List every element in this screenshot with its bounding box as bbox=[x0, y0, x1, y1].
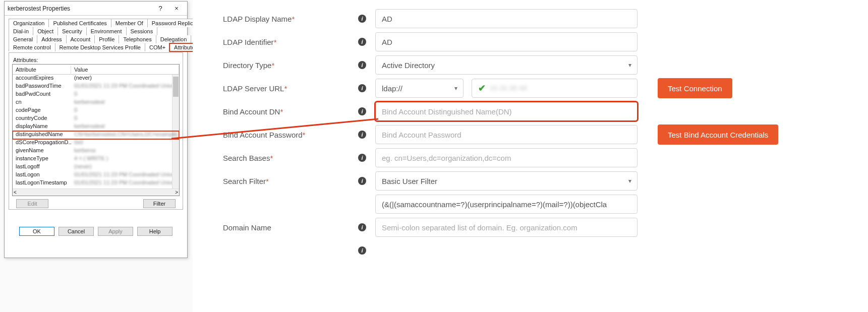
label-directory-type: Directory Type* bbox=[203, 61, 349, 70]
value-cell: 01/01/2021 11:23 PM Coordinated Universa… bbox=[71, 171, 179, 179]
tab-account[interactable]: Account bbox=[66, 35, 95, 43]
info-icon[interactable]: i bbox=[358, 154, 366, 162]
table-row[interactable]: badPasswordTime01/01/2021 11:23 PM Coord… bbox=[13, 83, 179, 91]
table-row[interactable]: lastLogon01/01/2021 11:23 PM Coordinated… bbox=[13, 171, 179, 179]
info-icon[interactable]: i bbox=[358, 38, 366, 46]
tab-published-certificates[interactable]: Published Certificates bbox=[48, 19, 111, 27]
value-cell: kerberostest bbox=[71, 99, 179, 107]
label-search-filter: Search Filter* bbox=[203, 177, 349, 185]
bind-account-dn-input[interactable] bbox=[375, 102, 638, 121]
bind-account-password-input[interactable] bbox=[375, 125, 638, 144]
scroll-left-icon[interactable]: < bbox=[14, 190, 17, 195]
close-icon[interactable]: × bbox=[171, 3, 182, 14]
tab-address[interactable]: Address bbox=[37, 35, 66, 43]
tab-sessions[interactable]: Sessions bbox=[126, 27, 158, 35]
label-bind-pw: Bind Account Password* bbox=[203, 131, 349, 139]
attr-cell: lastLogonTimestamp bbox=[13, 179, 71, 188]
ldap-identifier-input[interactable] bbox=[375, 32, 638, 51]
tab-security[interactable]: Security bbox=[57, 27, 87, 35]
cancel-button[interactable]: Cancel bbox=[59, 227, 94, 236]
table-row[interactable]: dSCorePropagationD...0x0 bbox=[13, 139, 179, 147]
ldap-config-form: LDAP Display Name* i LDAP Identifier* i … bbox=[193, 0, 868, 312]
tab-general[interactable]: General bbox=[9, 35, 37, 43]
table-row[interactable]: displayNamekerberostest bbox=[13, 123, 179, 131]
attr-cell: lastLogon bbox=[13, 171, 71, 179]
domain-name-input[interactable] bbox=[375, 218, 638, 237]
tab-dial-in[interactable]: Dial-in bbox=[9, 27, 33, 35]
value-cell: 4 = ( WRITE ) bbox=[71, 155, 179, 163]
apply-button[interactable]: Apply bbox=[98, 227, 133, 236]
info-icon[interactable]: i bbox=[358, 246, 366, 255]
tab-object[interactable]: Object bbox=[33, 27, 58, 35]
tab-delegation[interactable]: Delegation bbox=[156, 35, 192, 43]
value-cell: kerberos bbox=[71, 147, 179, 155]
table-row[interactable]: countryCode0 bbox=[13, 115, 179, 123]
label-search-bases: Search Bases* bbox=[203, 154, 349, 162]
attr-cell: lastLogoff bbox=[13, 163, 71, 171]
ldap-host-value: 10.20.30.40 bbox=[490, 85, 527, 92]
info-icon[interactable]: i bbox=[358, 84, 366, 92]
tab-organization[interactable]: Organization bbox=[9, 19, 49, 27]
tab-rds-profile[interactable]: Remote Desktop Services Profile bbox=[55, 43, 145, 51]
scroll-right-icon[interactable]: > bbox=[175, 190, 178, 195]
properties-dialog: kerberostest Properties ? × Organization… bbox=[4, 1, 188, 258]
table-row[interactable]: lastLogoff(never) bbox=[13, 163, 179, 171]
ldap-host-input[interactable]: ✔ 10.20.30.40 bbox=[472, 79, 638, 98]
value-cell: 01/01/2021 11:23 PM Coordinated Universa… bbox=[71, 179, 179, 188]
table-row[interactable]: codePage0 bbox=[13, 107, 179, 115]
column-value[interactable]: Value bbox=[71, 66, 179, 74]
label-identifier: LDAP Identifier* bbox=[203, 38, 349, 46]
info-icon[interactable]: i bbox=[358, 177, 366, 185]
value-cell: CN=kerberostest,CN=Users,DC=example,DC=c… bbox=[71, 131, 179, 139]
label-display-name: LDAP Display Name* bbox=[203, 15, 349, 23]
info-icon[interactable]: i bbox=[358, 223, 366, 231]
value-cell: 0 bbox=[71, 115, 179, 123]
attr-cell: displayName bbox=[13, 123, 71, 131]
tab-telephones[interactable]: Telephones bbox=[119, 35, 156, 43]
tabs: Organization Published Certificates Memb… bbox=[9, 19, 183, 51]
tab-profile[interactable]: Profile bbox=[94, 35, 119, 43]
tab-environment[interactable]: Environment bbox=[86, 27, 127, 35]
help-button[interactable]: Help bbox=[137, 227, 172, 236]
ldap-scheme-select[interactable] bbox=[375, 79, 464, 98]
tab-com-plus[interactable]: COM+ bbox=[145, 43, 170, 51]
test-bind-credentials-button[interactable]: Test Bind Account Credentials bbox=[658, 124, 778, 145]
table-row[interactable]: instanceType4 = ( WRITE ) bbox=[13, 155, 179, 163]
attributes-label: Attributes: bbox=[13, 57, 180, 63]
value-cell: kerberostest bbox=[71, 123, 179, 131]
info-icon[interactable]: i bbox=[358, 61, 366, 69]
table-row[interactable]: badPwdCount0 bbox=[13, 91, 179, 99]
info-icon[interactable]: i bbox=[358, 131, 366, 139]
check-icon: ✔ bbox=[478, 83, 486, 94]
ldap-display-name-input[interactable] bbox=[375, 9, 638, 28]
attr-cell: cn bbox=[13, 99, 71, 107]
search-bases-input[interactable] bbox=[375, 148, 638, 167]
titlebar[interactable]: kerberostest Properties ? × bbox=[5, 2, 187, 16]
column-attribute[interactable]: Attribute bbox=[13, 66, 71, 74]
info-icon[interactable]: i bbox=[358, 107, 366, 115]
edit-button[interactable]: Edit bbox=[16, 199, 48, 208]
ok-button[interactable]: OK bbox=[19, 227, 54, 236]
directory-type-select[interactable] bbox=[375, 55, 638, 75]
info-icon[interactable]: i bbox=[358, 15, 366, 23]
label-bind-dn: Bind Account DN* bbox=[203, 107, 349, 116]
tab-member-of[interactable]: Member Of bbox=[111, 19, 148, 27]
attr-cell: dSCorePropagationD... bbox=[13, 139, 71, 147]
table-row[interactable]: cnkerberostest bbox=[13, 99, 179, 107]
attr-cell: countryCode bbox=[13, 115, 71, 123]
table-row[interactable]: givenNamekerberos bbox=[13, 147, 179, 155]
help-icon[interactable]: ? bbox=[155, 3, 166, 14]
test-connection-button[interactable]: Test Connection bbox=[658, 78, 732, 98]
table-row[interactable]: accountExpires(never) bbox=[13, 75, 179, 83]
attributes-listview[interactable]: Attribute Value accountExpires(never)bad… bbox=[12, 64, 180, 196]
label-server-url: LDAP Server URL* bbox=[203, 84, 349, 93]
attr-cell: accountExpires bbox=[13, 75, 71, 83]
tab-remote-control[interactable]: Remote control bbox=[9, 43, 55, 51]
table-row[interactable]: distinguishedNameCN=kerberostest,CN=User… bbox=[13, 131, 179, 139]
search-filter-select[interactable] bbox=[375, 171, 638, 191]
table-row[interactable]: lastLogonTimestamp01/01/2021 11:23 PM Co… bbox=[13, 179, 179, 188]
tab-body: Attributes: Attribute Value accountExpir… bbox=[9, 52, 183, 210]
search-filter-expanded-input[interactable] bbox=[375, 195, 638, 214]
filter-button[interactable]: Filter bbox=[143, 199, 176, 208]
horizontal-scrollbar[interactable]: < > bbox=[13, 189, 179, 196]
